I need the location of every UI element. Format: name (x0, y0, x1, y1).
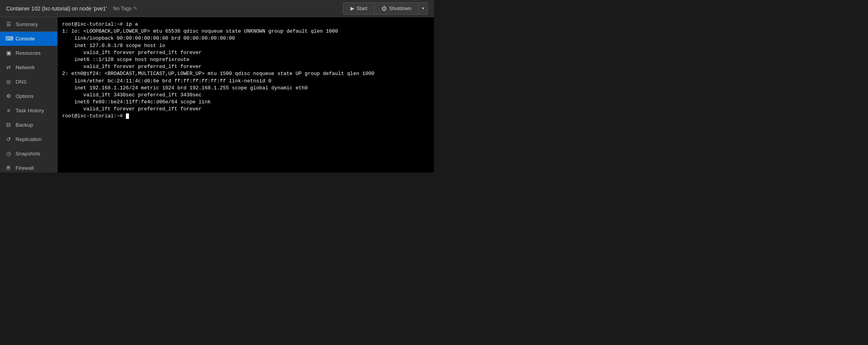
resources-icon: ▣ (5, 50, 12, 56)
sidebar-item-network[interactable]: ⇄Network (0, 60, 57, 75)
snapshots-icon: ◷ (5, 150, 12, 157)
replication-icon: ↺ (5, 136, 12, 142)
sidebar-item-resources[interactable]: ▣Resources (0, 46, 57, 60)
terminal-output: root@lxc-tutorial:~# ip a 1: lo: <LOOPBA… (58, 17, 434, 124)
header: Container 102 (lxc-tutorial) on node 'pv… (0, 0, 434, 17)
tags-label: No Tags (113, 5, 131, 11)
page-title: Container 102 (lxc-tutorial) on node 'pv… (6, 5, 107, 12)
shutdown-power-icon: ⏻ (382, 5, 387, 11)
dns-icon: ◎ (5, 78, 12, 85)
sidebar-item-dns[interactable]: ◎DNS (0, 75, 57, 89)
summary-icon: ☰ (5, 21, 12, 27)
options-icon: ⚙ (5, 93, 12, 99)
sidebar-item-snapshots[interactable]: ◷Snapshots (0, 146, 57, 161)
sidebar-item-options[interactable]: ⚙Options (0, 89, 57, 103)
edit-tags-icon[interactable]: ✎ (133, 5, 138, 11)
sidebar-item-label-snapshots: Snapshots (16, 151, 40, 157)
header-tags: No Tags ✎ (113, 5, 137, 11)
chevron-down-icon: ▾ (422, 6, 424, 11)
sidebar-item-label-console: Console (16, 36, 35, 42)
network-icon: ⇄ (5, 64, 12, 70)
header-actions: ▶ Start ⏻ Shutdown ▾ (343, 2, 428, 15)
console-icon: ⌨ (5, 35, 12, 42)
header-left: Container 102 (lxc-tutorial) on node 'pv… (6, 5, 138, 12)
shutdown-label: Shutdown (389, 5, 411, 11)
sidebar-item-label-dns: DNS (16, 79, 27, 85)
shutdown-dropdown-button[interactable]: ▾ (419, 2, 428, 15)
firewall-icon: ⛨ (5, 165, 12, 171)
sidebar-item-label-replication: Replication (16, 136, 42, 142)
shutdown-button[interactable]: ⏻ Shutdown (374, 2, 419, 15)
sidebar-item-backup[interactable]: ⊟Backup (0, 118, 57, 132)
start-play-icon: ▶ (350, 5, 354, 11)
main-layout: ☰Summary⌨Console▣Resources⇄Network◎DNS⚙O… (0, 17, 434, 172)
sidebar-item-label-task-history: Task History (16, 108, 44, 113)
sidebar-item-console[interactable]: ⌨Console (0, 31, 57, 46)
console-area[interactable]: root@lxc-tutorial:~# ip a 1: lo: <LOOPBA… (58, 17, 434, 172)
sidebar-item-label-network: Network (16, 64, 35, 70)
sidebar: ☰Summary⌨Console▣Resources⇄Network◎DNS⚙O… (0, 17, 58, 172)
start-button[interactable]: ▶ Start (343, 2, 374, 15)
chevron-right-icon: › (51, 166, 52, 170)
sidebar-item-label-firewall: Firewall (16, 165, 34, 171)
sidebar-item-label-backup: Backup (16, 122, 33, 128)
task-history-icon: ≡ (5, 107, 12, 113)
sidebar-item-label-summary: Summary (16, 21, 38, 27)
sidebar-item-firewall[interactable]: ⛨Firewall› (0, 161, 57, 172)
sidebar-item-replication[interactable]: ↺Replication (0, 132, 57, 146)
start-label: Start (357, 5, 367, 11)
sidebar-item-summary[interactable]: ☰Summary (0, 17, 57, 31)
sidebar-item-label-resources: Resources (16, 50, 41, 56)
backup-icon: ⊟ (5, 122, 12, 128)
sidebar-item-task-history[interactable]: ≡Task History (0, 103, 57, 118)
terminal-cursor (126, 113, 129, 119)
sidebar-item-label-options: Options (16, 93, 34, 99)
